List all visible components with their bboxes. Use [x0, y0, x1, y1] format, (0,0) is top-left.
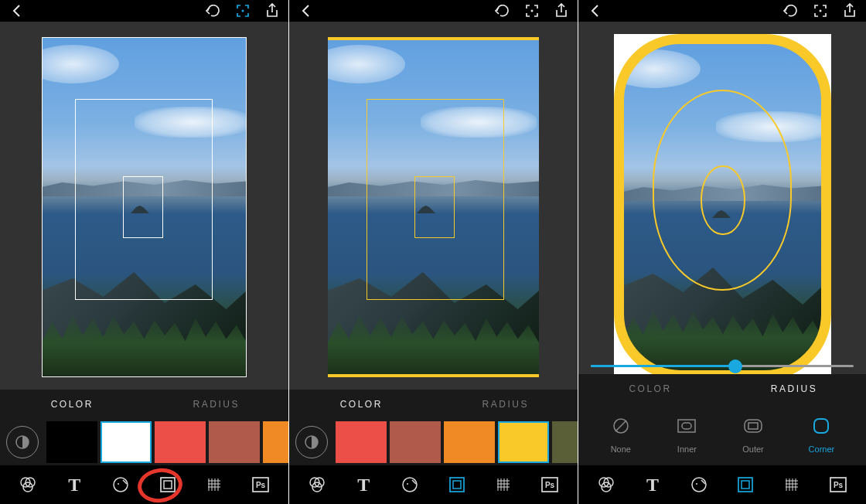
fullscreen-icon[interactable] [812, 2, 829, 19]
swatch-orange[interactable] [444, 421, 495, 463]
tool-texture-icon[interactable] [196, 469, 233, 500]
svg-point-5 [114, 478, 128, 492]
outer-icon [742, 415, 764, 437]
tab-color[interactable]: COLOR [0, 390, 145, 419]
tool-photoshop-icon[interactable]: Ps [531, 469, 568, 500]
fullscreen-icon[interactable] [523, 2, 540, 19]
corner-icon [810, 415, 832, 437]
svg-text:Ps: Ps [834, 481, 844, 489]
radius-slider[interactable] [591, 354, 854, 374]
tab-color[interactable]: COLOR [289, 390, 434, 419]
share-icon[interactable] [553, 2, 570, 19]
radius-outer[interactable]: Outer [742, 415, 764, 454]
svg-line-38 [615, 421, 626, 431]
canvas[interactable] [289, 22, 578, 390]
screen-1: COLOR RADIUS T Ps [0, 0, 288, 504]
svg-rect-7 [161, 478, 175, 492]
tool-frames-icon[interactable] [438, 469, 476, 500]
share-icon[interactable] [841, 2, 858, 19]
top-bar [289, 0, 578, 22]
slider-thumb[interactable] [728, 359, 742, 373]
tool-photoshop-icon[interactable]: Ps [820, 469, 857, 500]
svg-point-23 [403, 478, 417, 492]
svg-point-0 [242, 10, 244, 12]
undo-icon[interactable] [494, 2, 511, 19]
swatch-brown[interactable] [209, 421, 260, 463]
undo-icon[interactable] [205, 2, 222, 19]
tab-radius[interactable]: RADIUS [145, 390, 289, 419]
tabs: COLOR RADIUS [578, 374, 866, 404]
tool-texture-icon[interactable] [485, 469, 522, 500]
svg-rect-40 [682, 423, 691, 429]
tool-stickers-icon[interactable] [680, 469, 718, 500]
radius-inner[interactable]: Inner [676, 415, 697, 454]
tool-texture-icon[interactable] [773, 469, 810, 500]
svg-rect-49 [738, 478, 752, 492]
back-icon[interactable] [8, 2, 25, 19]
swatch-white[interactable] [101, 421, 152, 463]
tool-filters-icon[interactable] [9, 469, 46, 500]
tool-photoshop-icon[interactable]: Ps [242, 469, 279, 500]
tool-text-icon[interactable]: T [634, 469, 671, 500]
svg-point-24 [407, 483, 408, 485]
eyedropper-icon[interactable] [295, 426, 328, 458]
tabs: COLOR RADIUS [289, 390, 578, 419]
svg-text:Ps: Ps [545, 481, 555, 489]
swatch-black[interactable] [46, 421, 97, 463]
screen-3: COLOR RADIUS None Inner Outer Corner T P… [578, 0, 866, 504]
swatch-yellow[interactable] [498, 421, 549, 463]
photo-preview [42, 37, 247, 377]
radius-label: Inner [677, 444, 697, 454]
svg-point-18 [531, 10, 534, 12]
photo-preview [328, 37, 539, 377]
swatch-orange[interactable] [263, 421, 288, 463]
radius-label: Corner [809, 444, 835, 454]
radius-label: None [611, 444, 631, 454]
none-icon [610, 415, 632, 437]
back-icon[interactable] [297, 2, 314, 19]
photo-preview [623, 42, 823, 373]
top-bar [0, 0, 288, 22]
swatch-red[interactable] [155, 421, 206, 463]
canvas[interactable] [0, 22, 288, 390]
back-icon[interactable] [586, 2, 603, 19]
tool-frames-icon[interactable] [727, 469, 764, 500]
svg-rect-8 [164, 481, 172, 489]
tab-color[interactable]: COLOR [578, 374, 722, 404]
tool-stickers-icon[interactable] [102, 469, 139, 500]
undo-icon[interactable] [782, 2, 800, 19]
svg-text:Ps: Ps [256, 481, 266, 489]
svg-rect-50 [742, 481, 749, 489]
radius-corner[interactable]: Corner [809, 415, 835, 454]
radius-none[interactable]: None [610, 415, 632, 454]
tab-radius[interactable]: RADIUS [722, 374, 866, 404]
tool-text-icon[interactable]: T [56, 469, 93, 500]
swatch-brown[interactable] [390, 421, 441, 463]
color-palette [0, 419, 288, 465]
canvas[interactable] [578, 22, 866, 374]
eyedropper-icon[interactable] [6, 426, 39, 458]
tab-radius[interactable]: RADIUS [434, 390, 578, 419]
tool-text-icon[interactable]: T [345, 469, 382, 500]
radius-label: Outer [742, 444, 764, 454]
tabs: COLOR RADIUS [0, 390, 288, 419]
svg-point-6 [118, 483, 119, 485]
color-palette [289, 419, 578, 465]
swatch-olive[interactable] [552, 421, 578, 463]
tool-stickers-icon[interactable] [391, 469, 428, 500]
bottom-toolbar: T Ps [578, 465, 866, 504]
tool-filters-icon[interactable] [588, 469, 625, 500]
radius-options: None Inner Outer Corner [578, 404, 866, 465]
share-icon[interactable] [264, 2, 281, 19]
bottom-toolbar: T Ps [289, 465, 578, 504]
swatch-red[interactable] [336, 421, 387, 463]
svg-rect-26 [453, 481, 461, 489]
tool-frames-icon[interactable] [149, 469, 186, 500]
svg-point-47 [692, 478, 706, 492]
screen-2: COLOR RADIUS T Ps [289, 0, 578, 504]
tool-filters-icon[interactable] [298, 469, 336, 500]
svg-rect-25 [450, 478, 464, 492]
svg-rect-43 [814, 419, 828, 433]
svg-rect-41 [745, 420, 762, 432]
fullscreen-icon[interactable] [234, 2, 251, 19]
